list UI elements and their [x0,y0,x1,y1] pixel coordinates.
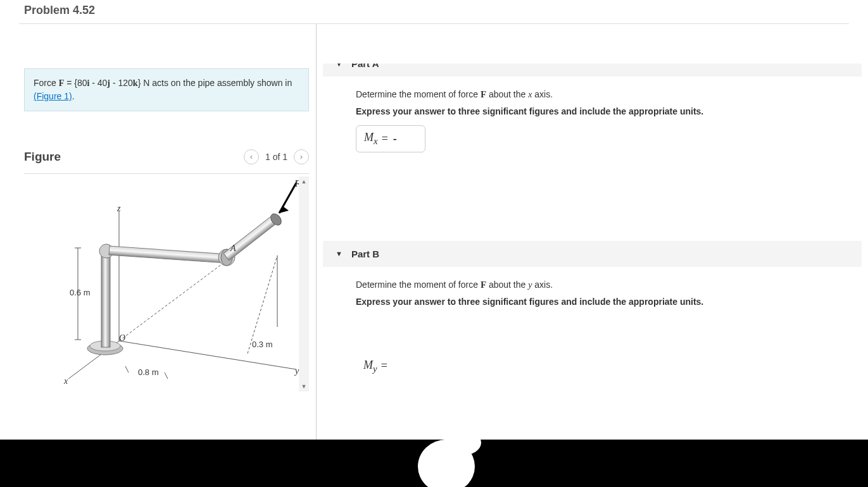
label-x: x [63,376,68,386]
pa-eq: = [382,132,388,145]
info-suffix: acts on the pipe assembly shown in [149,78,292,88]
svg-line-20 [125,366,129,373]
label-O: O [119,333,125,343]
figure-prev-button[interactable]: ‹ [244,149,259,164]
pb-i1-pre: Determine the moment of force [356,280,481,290]
part-a-instruction: Determine the moment of force F about th… [356,89,840,100]
part-b-title: Part B [351,249,379,259]
label-d2: 0.8 m [138,367,159,377]
right-pane: ▼ Part A Determine the moment of force F… [317,24,868,487]
part-a-header[interactable]: ▼ Part A [323,51,862,77]
problem-title: Problem 4.52 [0,0,868,23]
part-a-title: Part A [351,58,379,69]
figure-body: F A O z x y 0.6 m 0.8 m 0.3 m ▲ [24,176,309,391]
occlusion-blob [443,430,481,455]
chevron-down-icon: ▼ [336,60,343,68]
label-z: z [116,204,121,213]
label-d3: 0.3 m [252,340,273,349]
svg-line-8 [119,259,229,341]
info-period: . [72,91,75,101]
figure-divider [24,173,309,174]
part-b-body: Determine the moment of force F about th… [323,280,862,392]
svg-line-18 [279,183,296,213]
svg-rect-11 [101,251,110,347]
figure-counter: 1 of 1 [265,152,287,162]
force-symbol: F [59,78,65,88]
part-a-format: Express your answer to three significant… [356,106,840,116]
pa-F: F [481,89,486,99]
pb-i1-post: axis. [532,280,553,290]
part-b-header[interactable]: ▼ Part B [323,241,862,267]
pa-i1-post: axis. [532,89,553,99]
pa-i1-mid: about the [486,89,528,99]
info-prefix: Force [34,78,59,88]
part-b-answer-box[interactable]: My = [356,354,425,379]
svg-rect-16 [223,214,279,261]
problem-statement: Force F = {80i - 40j - 120k} N acts on t… [24,68,309,111]
pb-F: F [481,280,486,290]
label-A: A [230,244,236,253]
figure-link[interactable]: (Figure 1) [34,91,72,101]
pb-var: My [363,359,377,374]
figure-title: Figure [24,150,61,164]
unit-k: k [133,78,138,88]
figure-nav: ‹ 1 of 1 › [244,149,309,164]
part-b-instruction: Determine the moment of force F about th… [356,280,840,290]
left-pane: Force F = {80i - 40j - 120k} N acts on t… [0,24,317,487]
figure-scrollbar[interactable]: ▲ ▼ [299,176,309,391]
pa-i1-pre: Determine the moment of force [356,89,481,99]
part-b-input[interactable] [391,359,410,373]
scroll-up-icon[interactable]: ▲ [299,176,309,187]
info-eq: = {80 [64,78,87,88]
pipe-assembly-diagram: F A O z x y 0.6 m 0.8 m 0.3 m [43,176,303,391]
part-a-input[interactable] [392,132,411,146]
scroll-down-icon[interactable]: ▼ [299,381,309,391]
bottom-bar [0,440,868,487]
label-d1: 0.6 m [70,288,91,297]
part-b-format: Express your answer to three significant… [356,297,840,307]
svg-rect-13 [109,246,223,263]
pb-eq: = [381,359,387,373]
pa-var: Mx [364,131,378,147]
info-mid1: - 40 [89,78,107,88]
svg-line-6 [248,256,277,354]
info-unit: } N [138,78,150,88]
part-a-body: Determine the moment of force F about th… [323,89,862,241]
svg-line-21 [165,373,168,379]
part-a-answer-box[interactable]: Mx = [356,125,425,152]
chevron-down-icon: ▼ [336,250,343,257]
figure-next-button[interactable]: › [294,149,309,164]
info-mid2: - 120 [110,78,133,88]
pb-i1-mid: about the [486,280,528,290]
